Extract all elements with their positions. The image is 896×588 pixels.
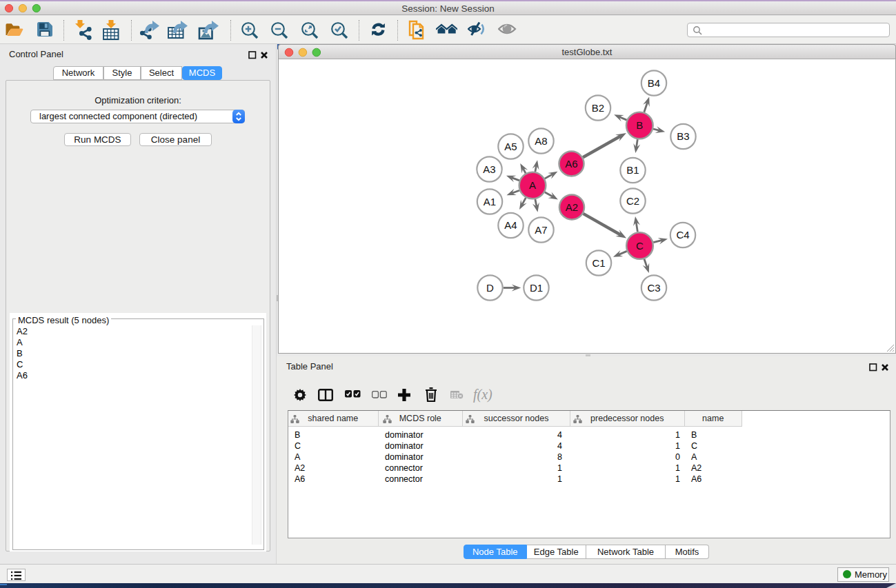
svg-text:B: B (636, 119, 643, 131)
svg-text:D1: D1 (530, 282, 543, 294)
svg-text:C2: C2 (626, 195, 639, 207)
svg-text:A6: A6 (565, 158, 577, 170)
svg-text:A5: A5 (504, 141, 517, 152)
svg-text:A7: A7 (535, 224, 547, 236)
svg-text:B2: B2 (592, 102, 604, 114)
svg-text:C1: C1 (592, 257, 605, 269)
svg-text:A: A (529, 179, 536, 191)
svg-text:A2: A2 (566, 201, 578, 213)
svg-text:B1: B1 (626, 164, 639, 176)
svg-text:C3: C3 (647, 282, 660, 294)
svg-text:A3: A3 (483, 163, 495, 175)
svg-text:A1: A1 (484, 196, 496, 207)
svg-text:B4: B4 (648, 77, 660, 89)
svg-text:A8: A8 (535, 135, 547, 147)
svg-text:D: D (486, 282, 494, 294)
svg-text:C4: C4 (676, 229, 689, 241)
svg-text:B3: B3 (677, 130, 689, 142)
svg-text:A4: A4 (504, 219, 517, 231)
svg-text:C: C (636, 240, 644, 252)
